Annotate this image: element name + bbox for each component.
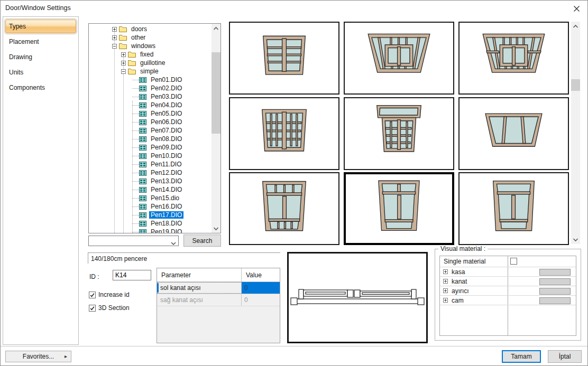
window-preview-cell[interactable] (458, 172, 569, 245)
sidebar-item-types[interactable]: Types (5, 20, 76, 33)
tree-item[interactable]: Pen09.DIO (89, 143, 212, 152)
tree-item[interactable]: Pen17.DIO (89, 211, 212, 219)
tree-guide-line (132, 122, 139, 123)
material-row[interactable]: kanat (440, 277, 576, 286)
id-field[interactable] (113, 270, 151, 280)
tree-item[interactable]: Pen03.DIO (89, 92, 212, 101)
window-preview-image (345, 98, 453, 169)
expand-icon[interactable] (121, 61, 126, 65)
window-preview-cell[interactable] (458, 97, 569, 170)
single-material-checkbox[interactable] (510, 258, 517, 265)
expand-icon[interactable] (443, 288, 448, 293)
expand-icon[interactable] (443, 298, 448, 303)
tree-item[interactable]: Pen11.DIO (89, 160, 212, 168)
window-file-icon (139, 179, 146, 184)
tree-item[interactable]: Pen01.DIO (89, 76, 212, 84)
scroll-up-icon[interactable] (571, 22, 580, 31)
search-combobox[interactable] (88, 236, 179, 246)
expand-icon[interactable] (112, 27, 117, 32)
expand-icon[interactable] (121, 52, 126, 57)
tree-item[interactable]: Pen02.DIO (89, 84, 212, 92)
tree-item[interactable]: Pen10.DIO (89, 152, 212, 160)
expand-icon[interactable] (443, 279, 448, 284)
window-preview-cell[interactable] (229, 97, 339, 170)
window-plan-drawing (289, 254, 426, 342)
close-icon (573, 5, 580, 12)
sidebar-item-components[interactable]: Components (5, 81, 76, 95)
tree-item[interactable]: Pen08.DIO (89, 135, 212, 143)
tree-scrollbar[interactable] (212, 24, 221, 233)
window-preview-image (230, 23, 338, 93)
tree-item[interactable]: Pen07.DIO (89, 126, 212, 135)
increase-id-checkbox[interactable]: Increase id (89, 291, 130, 298)
material-swatch-button[interactable] (539, 269, 571, 276)
material-row[interactable]: kasa (440, 267, 576, 277)
tree-item[interactable]: Pen04.DIO (89, 101, 212, 109)
search-button[interactable]: Search (183, 234, 221, 247)
tree-item[interactable]: Pen18.DIO (89, 219, 212, 228)
tree-item[interactable]: Pen16.DIO (89, 202, 212, 211)
grid-scrollbar[interactable] (571, 22, 580, 244)
close-button[interactable] (572, 4, 581, 13)
window-preview-cell[interactable] (344, 97, 454, 170)
scrollbar-thumb[interactable] (212, 52, 221, 134)
cancel-button[interactable]: İptal (548, 350, 582, 363)
scrollbar-thumb[interactable] (571, 79, 580, 91)
favorites-button[interactable]: Favorites... ▸ (5, 351, 71, 362)
group-title: Visual material : (438, 245, 488, 252)
tree-item[interactable]: Pen15.dio (89, 194, 212, 202)
tree-item[interactable]: other (89, 33, 212, 42)
tree-item[interactable]: simple (89, 67, 212, 76)
chevron-down-icon[interactable] (171, 239, 176, 247)
checkbox-icon (89, 305, 96, 312)
parameter-value-cell[interactable]: 0 (242, 282, 280, 294)
plan-preview-panel (287, 252, 428, 343)
expand-icon[interactable] (443, 269, 448, 274)
window-preview-cell[interactable] (229, 22, 339, 95)
tree-item[interactable]: Pen06.DIO (89, 118, 212, 126)
expand-icon[interactable] (112, 35, 117, 40)
sidebar-item-drawing[interactable]: Drawing (5, 50, 76, 64)
scroll-up-icon[interactable] (212, 24, 221, 33)
window-preview-cell[interactable] (344, 172, 454, 245)
tree-item[interactable]: doors (89, 25, 212, 33)
material-swatch-button[interactable] (539, 288, 571, 295)
tree-item[interactable]: fixed (89, 50, 212, 59)
folder-icon (128, 60, 136, 66)
search-input[interactable] (90, 237, 166, 246)
scroll-down-icon[interactable] (571, 235, 580, 244)
window-preview-cell[interactable] (458, 22, 569, 95)
tree-guide-line (132, 114, 139, 114)
material-swatch-button[interactable] (539, 278, 571, 285)
parameter-row[interactable]: sağ kanat açısı 0 (157, 294, 280, 306)
folder-icon (119, 26, 127, 32)
window-file-icon (139, 212, 146, 218)
window-preview-image (460, 98, 568, 169)
tree-item[interactable]: Pen19.DIO (89, 228, 212, 233)
tree-item[interactable]: Pen14.DIO (89, 185, 212, 194)
ok-button[interactable]: Tamam (502, 350, 541, 363)
3d-section-checkbox[interactable]: 3D Section (89, 304, 130, 312)
menu-arrow-icon: ▸ (65, 353, 67, 359)
tree-item[interactable]: windows (89, 42, 212, 50)
window-preview-image (230, 98, 338, 169)
scroll-down-icon[interactable] (212, 224, 221, 233)
material-swatch-button[interactable] (539, 297, 571, 304)
parameter-row[interactable]: sol kanat açısı 0 (157, 282, 280, 294)
window-preview-cell[interactable] (229, 172, 339, 245)
parameter-value-cell[interactable]: 0 (242, 294, 280, 306)
single-material-row[interactable]: Single material (440, 256, 576, 267)
tree-item[interactable]: Pen05.DIO (89, 109, 212, 118)
window-file-icon (139, 136, 146, 142)
tree-item[interactable]: Pen12.DIO (89, 168, 212, 177)
material-row[interactable]: cam (440, 296, 576, 305)
material-row[interactable]: ayırıcı (440, 286, 576, 296)
window-file-icon (139, 145, 146, 151)
window-preview-cell[interactable] (344, 22, 454, 95)
tree-item[interactable]: Pen13.DIO (89, 177, 212, 185)
tree-item[interactable]: guillotine (89, 59, 212, 67)
sidebar-item-units[interactable]: Units (5, 65, 76, 79)
collapse-icon[interactable] (112, 44, 117, 49)
sidebar-item-placement[interactable]: Placement (5, 35, 76, 49)
collapse-icon[interactable] (121, 69, 126, 74)
